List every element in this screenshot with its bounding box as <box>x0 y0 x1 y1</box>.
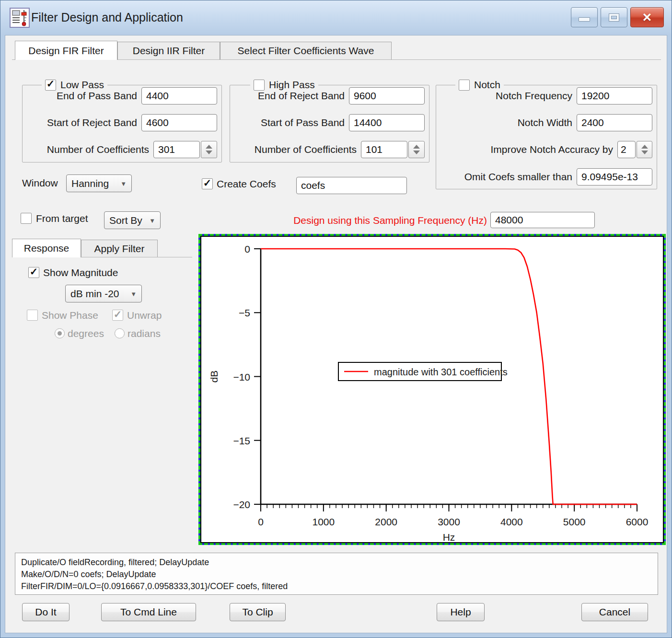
lp-num-coefficients-spinner[interactable] <box>201 141 217 158</box>
cancel-button[interactable]: Cancel <box>581 603 648 621</box>
db-min-dropdown[interactable]: dB min -20 ▼ <box>65 285 142 302</box>
svg-text:−15: −15 <box>233 435 250 446</box>
spin-down-icon[interactable] <box>413 151 420 154</box>
spin-down-icon[interactable] <box>206 151 212 154</box>
field-label: End of Pass Band <box>27 90 137 102</box>
radians-radio[interactable] <box>115 328 125 338</box>
window-dropdown[interactable]: Hanning ▼ <box>66 174 132 192</box>
degrees-label: degrees <box>68 328 104 339</box>
command-preview-box[interactable]: Duplicate/O fieldRecording, filtered; De… <box>15 553 658 595</box>
radio-dot-icon <box>58 331 62 336</box>
tab-select-filter-coefficients-wave[interactable]: Select Filter Coefficients Wave <box>220 42 392 59</box>
dialog-window: Filter Design and Application ✕ Design F… <box>0 0 672 638</box>
svg-text:0: 0 <box>244 244 250 255</box>
form-row: Improve Notch Accuracy by <box>440 141 652 158</box>
do-it-button[interactable]: Do It <box>22 603 70 621</box>
form-row: End of Reject Band <box>234 87 425 104</box>
lp-num-coefficients-input[interactable] <box>153 141 200 158</box>
field-label: End of Reject Band <box>234 90 345 102</box>
from-target-label: From target <box>36 213 88 224</box>
hp-num-coefficients-input[interactable] <box>361 141 407 158</box>
degrees-radio[interactable] <box>55 328 65 338</box>
form-row: End of Pass Band <box>27 87 217 104</box>
show-magnitude-label: Show Magnitude <box>43 267 118 278</box>
show-magnitude-checkbox[interactable]: ✓ <box>28 267 39 278</box>
sort-by-dropdown[interactable]: Sort By ▼ <box>104 211 161 229</box>
radians-label: radians <box>127 328 161 339</box>
to-clip-button[interactable]: To Clip <box>230 603 286 621</box>
button-label: Do It <box>35 606 56 618</box>
command-line: FilterFIR/DIM=0/LO={0.0916667,0.0958333,… <box>21 580 652 592</box>
tab-design-fir-filter[interactable]: Design FIR Filter <box>15 41 117 60</box>
close-icon: ✕ <box>642 12 652 23</box>
response-chart-svg[interactable]: 01000200030004000500060000−5−10−15−20Hzd… <box>201 237 663 542</box>
minimize-button[interactable] <box>571 7 598 27</box>
show-phase-label: Show Phase <box>42 310 98 321</box>
unwrap-checkbox[interactable]: ✓ <box>112 310 123 321</box>
spin-down-icon[interactable] <box>641 151 648 154</box>
coefs-wave-input[interactable] <box>296 177 407 194</box>
start-of-reject-band-input[interactable] <box>141 114 217 131</box>
tab-design-iir-filter[interactable]: Design IIR Filter <box>117 42 220 59</box>
svg-text:0: 0 <box>258 516 264 527</box>
app-icon <box>10 8 30 28</box>
notch-accuracy-spinner[interactable] <box>637 141 652 158</box>
svg-text:dB: dB <box>209 371 220 383</box>
field-label: Number of Coefficients <box>27 144 149 155</box>
minimize-icon <box>579 17 590 22</box>
unwrap-label: Unwrap <box>127 310 162 321</box>
tab-apply-filter[interactable]: Apply Filter <box>81 240 158 257</box>
tab-label: Apply Filter <box>94 243 144 255</box>
button-label: To Clip <box>242 606 273 618</box>
tab-response[interactable]: Response <box>12 239 81 257</box>
window-dropdown-value: Hanning <box>71 178 109 189</box>
svg-text:3000: 3000 <box>438 516 460 527</box>
form-row: Notch Width <box>440 114 652 131</box>
command-line: Make/O/D/N=0 coefs; DelayUpdate <box>21 568 652 580</box>
svg-text:Hz: Hz <box>443 532 455 542</box>
svg-text:6000: 6000 <box>626 516 649 527</box>
spin-up-icon[interactable] <box>413 145 420 149</box>
to-cmd-line-button[interactable]: To Cmd Line <box>101 603 196 621</box>
field-label: Notch Frequency <box>440 90 572 102</box>
show-phase-checkbox[interactable] <box>27 310 38 321</box>
tab-label: Design IIR Filter <box>133 45 205 57</box>
svg-text:−20: −20 <box>233 499 250 510</box>
notch-accuracy-input[interactable] <box>617 141 636 158</box>
notch-width-input[interactable] <box>577 114 652 131</box>
button-label: Help <box>450 606 471 618</box>
button-label: Cancel <box>599 606 630 618</box>
spin-up-icon[interactable] <box>641 145 648 149</box>
end-of-reject-band-input[interactable] <box>349 87 425 104</box>
start-of-pass-band-input[interactable] <box>349 114 425 131</box>
command-line: Duplicate/O fieldRecording, filtered; De… <box>21 557 652 568</box>
check-icon: ✓ <box>114 309 122 320</box>
field-label: Notch Width <box>440 117 572 128</box>
check-icon: ✓ <box>203 177 212 189</box>
form-row: Number of Coefficients <box>234 141 425 158</box>
omit-coefs-input[interactable] <box>577 168 652 186</box>
create-coefs-checkbox[interactable]: ✓ <box>202 178 213 189</box>
from-target-checkbox[interactable] <box>21 213 32 224</box>
close-button[interactable]: ✕ <box>630 7 664 27</box>
field-label: Start of Reject Band <box>27 117 137 128</box>
maximize-icon <box>609 14 619 21</box>
help-button[interactable]: Help <box>437 603 485 621</box>
svg-text:5000: 5000 <box>563 516 586 527</box>
chart-frame: 01000200030004000500060000−5−10−15−20Hzd… <box>200 236 664 543</box>
db-min-value: dB min -20 <box>70 288 119 300</box>
maximize-button[interactable] <box>601 7 627 27</box>
spin-up-icon[interactable] <box>206 145 212 149</box>
svg-text:2000: 2000 <box>375 516 397 527</box>
sampling-frequency-input[interactable] <box>490 212 595 228</box>
tab-label: Design FIR Filter <box>28 45 104 57</box>
form-row: Start of Reject Band <box>27 114 217 131</box>
notch-frequency-input[interactable] <box>577 87 652 104</box>
svg-text:magnitude with 301 coefficient: magnitude with 301 coefficients <box>374 367 508 377</box>
check-icon: ✓ <box>30 266 38 278</box>
response-chart[interactable]: 01000200030004000500060000−5−10−15−20Hzd… <box>198 234 666 545</box>
tab-label: Response <box>24 243 70 254</box>
field-label: Start of Pass Band <box>234 117 345 128</box>
end-of-pass-band-input[interactable] <box>141 87 217 104</box>
hp-num-coefficients-spinner[interactable] <box>408 141 425 158</box>
